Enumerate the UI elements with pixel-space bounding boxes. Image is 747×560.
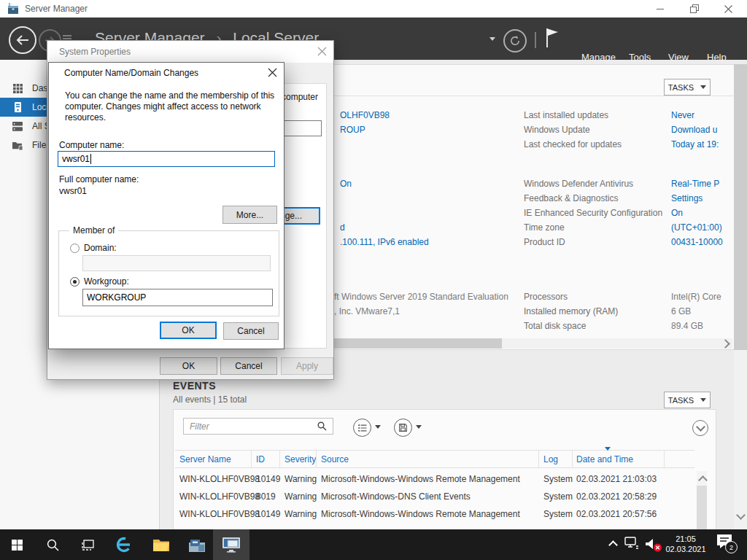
- cell-server: WIN-KLOLHF0VB98: [179, 491, 260, 502]
- col-divider: [316, 451, 317, 467]
- tray-expand-icon[interactable]: [608, 540, 618, 550]
- menu-view[interactable]: View: [668, 52, 689, 63]
- prop-value-link[interactable]: On: [671, 208, 683, 218]
- table-row[interactable]: WIN-KLOLHF0VB98 8019 Warning Microsoft-W…: [175, 491, 694, 508]
- firewall-link[interactable]: On: [340, 179, 352, 189]
- internet-explorer-icon[interactable]: [107, 529, 142, 560]
- list-options-caret-icon[interactable]: [375, 425, 381, 429]
- search-icon[interactable]: [317, 421, 327, 431]
- refresh-button[interactable]: [503, 29, 527, 52]
- domain-radio-label[interactable]: Domain:: [84, 243, 117, 253]
- cell-datetime: 02.03.2021 20:57:56: [576, 509, 657, 519]
- server-manager-logo-icon: [7, 3, 19, 15]
- window-title: Server Manager: [25, 4, 88, 14]
- close-window-icon[interactable]: [719, 1, 737, 16]
- computer-name-input[interactable]: vwsr01: [58, 151, 275, 167]
- system-properties-taskbar-icon[interactable]: [213, 529, 249, 560]
- events-save-button[interactable]: [394, 419, 412, 437]
- restore-button[interactable]: [686, 1, 703, 16]
- chevron-down-icon: [696, 422, 705, 432]
- full-name-label: Full computer name:: [59, 174, 139, 184]
- prop-label: Product ID: [524, 237, 565, 247]
- dialog-titlebar[interactable]: Computer Name/Domain Changes: [49, 63, 284, 83]
- minimize-button[interactable]: [651, 1, 669, 16]
- computer-name-link[interactable]: OLHF0VB98: [340, 110, 390, 120]
- nic-teaming-link[interactable]: d: [340, 222, 345, 233]
- events-list-options-button[interactable]: [353, 419, 371, 437]
- prop-value-link[interactable]: Download u: [671, 125, 717, 135]
- cell-datetime: 02.03.2021 20:58:29: [576, 491, 657, 502]
- taskbar: 21:05 02.03.2021 2: [0, 529, 747, 560]
- ok-button[interactable]: OK: [160, 357, 217, 375]
- server-manager-taskbar-icon[interactable]: [181, 529, 213, 560]
- menu-tools[interactable]: Tools: [629, 52, 651, 63]
- save-caret-icon[interactable]: [416, 425, 422, 429]
- col-divider: [251, 451, 252, 467]
- member-of-group: Member of Domain: Workgroup:: [58, 230, 279, 316]
- workgroup-radio[interactable]: [70, 277, 80, 287]
- prop-value-link[interactable]: (UTC+01:00): [671, 222, 722, 233]
- main-vscrollbar[interactable]: [734, 64, 747, 529]
- window-titlebar[interactable]: Server Manager: [0, 0, 747, 18]
- workgroup-radio-label[interactable]: Workgroup:: [84, 276, 129, 287]
- table-line: [175, 450, 694, 451]
- filter-input[interactable]: [183, 418, 333, 435]
- col-log[interactable]: Log: [543, 454, 558, 464]
- notification-badge: 2: [725, 541, 738, 553]
- taskbar-search-button[interactable]: [36, 529, 69, 560]
- menu-manage[interactable]: Manage: [581, 52, 616, 63]
- close-dialog-icon[interactable]: [317, 47, 327, 56]
- close-dialog-icon[interactable]: [268, 68, 277, 77]
- notifications-caret-icon[interactable]: [489, 37, 495, 41]
- prop-value-link[interactable]: Real-Time P: [671, 179, 719, 189]
- notification-center-icon[interactable]: 2: [716, 534, 734, 550]
- task-view-button[interactable]: [71, 529, 104, 560]
- dialog-titlebar[interactable]: System Properties: [47, 41, 333, 63]
- vscrollbar-thumb[interactable]: [734, 64, 747, 350]
- workgroup-link[interactable]: ROUP: [340, 125, 365, 135]
- prop-value-link[interactable]: Never: [671, 110, 694, 120]
- flag-icon[interactable]: [546, 28, 559, 48]
- os-version-value: ft Windows Server 2019 Standard Evaluati…: [334, 292, 508, 302]
- events-scroll-thumb[interactable]: [697, 486, 707, 529]
- events-tasks-button[interactable]: TASKS: [664, 392, 711, 408]
- file-explorer-icon[interactable]: [144, 529, 178, 560]
- col-source[interactable]: Source: [321, 454, 349, 464]
- menu-help[interactable]: Help: [707, 52, 727, 63]
- col-severity[interactable]: Severity: [285, 454, 316, 464]
- scroll-down-icon[interactable]: [736, 510, 746, 520]
- more-button[interactable]: More...: [222, 206, 277, 224]
- col-divider: [664, 451, 665, 467]
- start-button[interactable]: [0, 529, 34, 560]
- tasks-caret-icon: [700, 85, 706, 89]
- cancel-button[interactable]: Cancel: [220, 357, 277, 375]
- table-line: [175, 467, 694, 468]
- col-id[interactable]: ID: [256, 454, 265, 464]
- cell-source: Microsoft-Windows-DNS Client Events: [321, 491, 471, 502]
- col-date-time[interactable]: Date and Time: [576, 454, 633, 464]
- workgroup-input[interactable]: [82, 289, 273, 306]
- events-vscrollbar[interactable]: [697, 471, 707, 529]
- table-row[interactable]: WIN-KLOLHF0VB98 10149 Warning Microsoft-…: [175, 509, 694, 525]
- cell-datetime: 02.03.2021 21:03:03: [576, 474, 657, 484]
- prop-value-link[interactable]: Settings: [671, 193, 703, 203]
- sort-desc-icon[interactable]: [605, 447, 611, 451]
- properties-tasks-button[interactable]: TASKS: [664, 79, 711, 96]
- ethernet-link[interactable]: .100.111, IPv6 enabled: [340, 237, 429, 247]
- scroll-right-icon[interactable]: [721, 339, 730, 349]
- taskbar-clock[interactable]: 21:05 02.03.2021: [659, 534, 713, 554]
- scroll-up-icon[interactable]: [698, 475, 708, 485]
- col-server-name[interactable]: Server Name: [179, 454, 231, 464]
- domain-radio[interactable]: [70, 244, 80, 253]
- tasks-label: TASKS: [668, 396, 694, 405]
- cancel-button[interactable]: Cancel: [223, 322, 279, 340]
- network-icon[interactable]: [624, 537, 639, 550]
- prop-value-link[interactable]: Today at 19:: [671, 139, 719, 149]
- cell-severity: Warning: [285, 509, 317, 519]
- events-collapse-button[interactable]: [692, 420, 708, 436]
- table-row[interactable]: WIN-KLOLHF0VB98 10149 Warning Microsoft-…: [175, 474, 694, 490]
- ok-button[interactable]: OK: [160, 322, 217, 339]
- prop-value-link[interactable]: 00431-10000: [671, 237, 723, 247]
- back-button[interactable]: [9, 26, 36, 54]
- events-filter: [183, 418, 333, 435]
